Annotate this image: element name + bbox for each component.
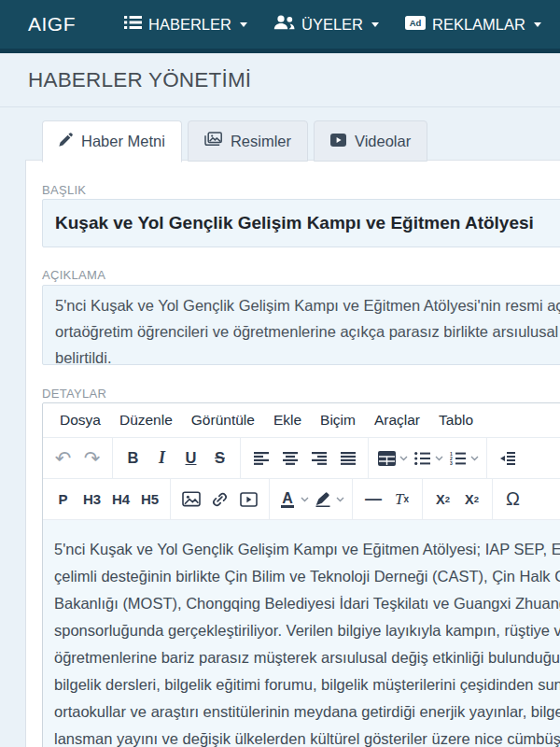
chevron-down-icon xyxy=(240,22,247,27)
nav-item-reklamlar[interactable]: Ad REKLAMLAR xyxy=(405,16,541,34)
group-insert-media xyxy=(171,479,270,519)
top-navbar: AIGF HABERLER ÜYELER Ad REKLAMLAR xyxy=(0,0,560,49)
horizontal-rule-button[interactable]: — xyxy=(358,482,387,516)
tab-bar: Haber Metni Resimler Videolar xyxy=(42,120,427,162)
bullet-list-button[interactable] xyxy=(410,441,434,475)
viewport: AIGF HABERLER ÜYELER Ad REKLAMLAR HABERL… xyxy=(0,0,560,747)
group-align xyxy=(241,438,369,478)
content-line: öğretmenlerine bariz parasız müşterek ar… xyxy=(54,644,560,671)
menu-ekle[interactable]: Ekle xyxy=(264,408,311,432)
ad-icon: Ad xyxy=(405,16,426,34)
italic-button[interactable]: I xyxy=(147,441,176,475)
align-right-button[interactable] xyxy=(304,441,333,475)
detaylar-label: DETAYLAR xyxy=(42,387,106,401)
align-justify-button[interactable] xyxy=(333,441,362,475)
insert-link-button[interactable] xyxy=(205,482,234,516)
page-header: HABERLER YÖNETİMİ xyxy=(0,53,560,107)
editor-content-area[interactable]: 5'nci Kuşak ve Yol Gençlik Gelişim Kampı… xyxy=(43,519,560,747)
align-center-button[interactable] xyxy=(275,441,304,475)
users-icon xyxy=(273,15,295,34)
content-line: 5'nci Kuşak ve Yol Gençlik Gelişim Kampı… xyxy=(54,536,560,563)
menu-dosya[interactable]: Dosya xyxy=(50,408,110,432)
nav-item-label: ÜYELER xyxy=(301,16,363,34)
svg-text:Ad: Ad xyxy=(410,18,422,28)
bold-button[interactable]: B xyxy=(119,441,147,475)
content-line: bilgelik dersleri, bilgelik eğitimi foru… xyxy=(54,671,560,698)
content-line: ortaokullar ve araştırı enstitülerinin m… xyxy=(54,698,560,726)
strikethrough-button[interactable]: S xyxy=(205,441,234,475)
pencil-icon xyxy=(59,133,73,150)
content-line: lansman yayını ve değişik ülkelerden kül… xyxy=(54,726,560,747)
undo-button[interactable]: ↶ xyxy=(49,441,77,475)
menu-tablo[interactable]: Tablo xyxy=(429,408,483,432)
numbered-list-button[interactable]: 123 xyxy=(445,441,469,475)
group-block-format: P H3 H4 H5 xyxy=(43,479,171,519)
tab-haber-metni[interactable]: Haber Metni xyxy=(42,120,182,162)
chevron-down-icon[interactable] xyxy=(399,456,408,461)
tab-label: Resimler xyxy=(231,133,291,150)
chevron-down-icon[interactable] xyxy=(301,497,309,502)
align-left-button[interactable] xyxy=(246,441,275,475)
content-line: çelimli desteğinin birlikte Çin Bilim ve… xyxy=(54,563,560,590)
superscript-button[interactable]: X2 xyxy=(457,482,486,516)
h3-button[interactable]: H3 xyxy=(77,482,106,516)
nav-items: HABERLER ÜYELER Ad REKLAMLAR xyxy=(124,15,541,34)
nav-item-label: REKLAMLAR xyxy=(432,16,525,34)
editor-menubar: Dosya Düzenle Görüntüle Ekle Biçim Araçl… xyxy=(43,403,560,437)
text-color-button[interactable]: A xyxy=(275,482,300,516)
baslik-input[interactable] xyxy=(42,199,560,247)
chevron-down-icon[interactable] xyxy=(336,497,344,502)
nav-item-haberler[interactable]: HABERLER xyxy=(124,15,247,34)
group-charmap: Ω xyxy=(493,479,533,519)
images-icon xyxy=(204,132,222,150)
video-icon xyxy=(330,133,346,150)
aciklama-line: ortaöğretim öğrencileri ve öğretmenlerin… xyxy=(55,318,560,345)
aciklama-line: 5'nci Kuşak ve Yol Gençlik Gelişim Kampı… xyxy=(55,292,560,318)
redo-button[interactable]: ↷ xyxy=(77,441,106,475)
svg-text:3: 3 xyxy=(450,460,453,465)
content-line: Bakanlığı (MOST), Chongqing Belediyesi İ… xyxy=(54,590,560,617)
clear-formatting-button[interactable]: Tx xyxy=(387,482,416,516)
editor-toolbar-row1: ↶ ↷ B I U S 123 xyxy=(43,437,560,478)
table-button[interactable] xyxy=(374,441,399,475)
h4-button[interactable]: H4 xyxy=(106,482,135,516)
menu-bicim[interactable]: Biçim xyxy=(311,408,365,432)
chevron-down-icon xyxy=(534,22,541,27)
group-script: X2 X2 xyxy=(423,479,493,519)
tab-resimler[interactable]: Resimler xyxy=(188,120,308,162)
tab-label: Videolar xyxy=(355,133,411,150)
nav-item-label: HABERLER xyxy=(148,16,231,34)
paragraph-button[interactable]: P xyxy=(49,482,77,516)
page-title: HABERLER YÖNETİMİ xyxy=(28,68,251,92)
content-line: sponsorluğunda gerçekleştiriliyor. Veril… xyxy=(54,617,560,644)
group-color: A xyxy=(270,479,353,519)
aciklama-textarea[interactable]: 5'nci Kuşak ve Yol Gençlik Gelişim Kampı… xyxy=(42,285,560,365)
list-icon xyxy=(124,15,142,34)
brand-logo[interactable]: AIGF xyxy=(28,13,76,35)
nav-item-uyeler[interactable]: ÜYELER xyxy=(273,15,379,34)
group-lists: 123 xyxy=(369,438,487,478)
chevron-down-icon xyxy=(371,22,379,27)
subscript-button[interactable]: X2 xyxy=(428,482,457,516)
aciklama-line: belirtildi. xyxy=(55,345,560,365)
menu-araclar[interactable]: Araçlar xyxy=(365,408,429,432)
richtext-editor: Dosya Düzenle Görüntüle Ekle Biçim Araçl… xyxy=(42,402,560,747)
insert-image-button[interactable] xyxy=(176,482,205,516)
tab-videolar[interactable]: Videolar xyxy=(314,120,427,162)
group-inline-format: B I U S xyxy=(113,438,241,478)
special-char-button[interactable]: Ω xyxy=(498,482,527,516)
editor-toolbar-row2: P H3 H4 H5 A — Tx X2 X2 xyxy=(43,478,560,519)
menu-goruntule[interactable]: Görüntüle xyxy=(182,408,264,432)
group-hr-clear: — Tx xyxy=(353,479,423,519)
insert-media-button[interactable] xyxy=(234,482,263,516)
chevron-down-icon[interactable] xyxy=(470,456,479,461)
group-indent xyxy=(487,438,527,478)
h5-button[interactable]: H5 xyxy=(135,482,164,516)
chevron-down-icon[interactable] xyxy=(435,456,443,461)
underline-button[interactable]: U xyxy=(176,441,205,475)
baslik-label: BAŞLIK xyxy=(42,183,86,197)
outdent-button[interactable] xyxy=(493,441,522,475)
aciklama-label: AÇIKLAMA xyxy=(42,268,105,282)
highlight-color-button[interactable] xyxy=(311,482,335,516)
menu-duzenle[interactable]: Düzenle xyxy=(110,408,182,432)
